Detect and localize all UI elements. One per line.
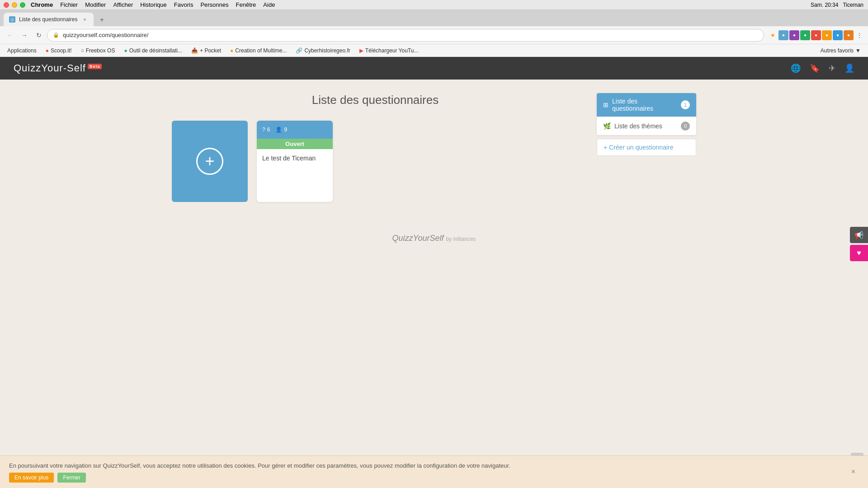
- ext-1[interactable]: ●: [778, 30, 788, 40]
- back-button[interactable]: ←: [4, 29, 16, 42]
- sidebar-panel: ⊞ Liste des questionnaires 1 🌿 Liste des…: [597, 93, 696, 135]
- quiz-card-header: ? 6 👤 9: [257, 121, 333, 139]
- address-bar[interactable]: 🔒 quizzyourself.com/questionnaire/: [47, 29, 764, 42]
- themes-badge: 0: [681, 122, 690, 131]
- menu-favoris[interactable]: Favoris: [174, 1, 193, 8]
- ext-2[interactable]: ●: [789, 30, 799, 40]
- menu-chrome[interactable]: Chrome: [31, 1, 53, 8]
- quiz-status: Ouvert: [285, 141, 304, 147]
- menu-modifier[interactable]: Modifier: [85, 1, 106, 8]
- leaf-icon: 🌿: [603, 122, 611, 130]
- bookmark-autres-favoris[interactable]: Autres favoris ▼: [817, 47, 864, 55]
- bookmark-label: Téléchargeur YouTu...: [365, 47, 419, 54]
- heart-icon: ♥: [857, 249, 861, 257]
- yt-icon: ▶: [359, 47, 363, 54]
- heart-button[interactable]: ♥: [850, 245, 868, 261]
- create-questionnaire-label: + Créer un questionnaire: [604, 144, 674, 151]
- tag-icon[interactable]: 🔖: [810, 63, 820, 73]
- quiz-title: Le test de Ticeman: [257, 149, 333, 194]
- cyber-icon: 🔗: [296, 47, 302, 54]
- ext-star-icon[interactable]: ★: [768, 30, 778, 40]
- question-icon: ?: [262, 127, 265, 133]
- site-footer: QuizzYourSelf by initiances: [0, 216, 868, 252]
- cookie-banner: En poursuivant votre navigation sur Quiz…: [0, 455, 868, 488]
- scoopit-icon: ●: [46, 47, 49, 54]
- close-cookie-button[interactable]: Fermer: [57, 473, 86, 483]
- new-tab-button[interactable]: +: [95, 14, 108, 26]
- tab-title: Liste des questionnaires: [19, 16, 77, 23]
- bookmarks-bar: Applications ● Scoop.it! ≡ Freebox OS ● …: [0, 44, 868, 57]
- ext-3[interactable]: ●: [800, 30, 810, 40]
- bookmark-youtube[interactable]: ▶ Téléchargeur YouTu...: [356, 47, 422, 55]
- participants-icon: 👤: [275, 127, 282, 133]
- bookmark-label: Autres favoris: [821, 47, 854, 54]
- bookmark-pocket[interactable]: 📥 + Pocket: [188, 47, 225, 55]
- quiz-questions-stat: ? 6: [262, 127, 270, 133]
- menu-fenetre[interactable]: Fenêtre: [236, 1, 256, 8]
- bookmark-label: Outil de désinstallati...: [129, 47, 182, 54]
- fullscreen-light[interactable]: [20, 2, 25, 8]
- tab-close-button[interactable]: ×: [81, 16, 88, 23]
- ext-6[interactable]: ●: [833, 30, 843, 40]
- bookmark-label: Cyberhistoiregeo.fr: [304, 47, 350, 54]
- cookie-dismiss-button[interactable]: ×: [848, 468, 859, 476]
- cookie-actions: En savoir plus Fermer: [9, 473, 848, 483]
- chrome-tab-active[interactable]: Q Liste des questionnaires ×: [4, 13, 94, 26]
- globe-icon[interactable]: 🌐: [791, 63, 801, 73]
- minimize-light[interactable]: [12, 2, 17, 8]
- bookmark-freebox[interactable]: ≡ Freebox OS: [77, 47, 119, 55]
- chrome-tabbar: Q Liste des questionnaires × +: [0, 10, 868, 26]
- cards-area: + ? 6 👤 9 Ouvert: [172, 121, 579, 202]
- menu-fichier[interactable]: Fichier: [60, 1, 78, 8]
- reload-button[interactable]: ↻: [33, 29, 45, 42]
- bookmark-creation[interactable]: ● Creation of Multime...: [226, 47, 290, 55]
- questionnaires-badge: 1: [681, 100, 690, 109]
- floating-buttons: 📢 ♥: [850, 227, 868, 261]
- ext-settings[interactable]: ⋮: [854, 30, 864, 40]
- add-quiz-card[interactable]: +: [172, 121, 248, 202]
- sidebar-item-questionnaires[interactable]: ⊞ Liste des questionnaires 1: [597, 93, 696, 117]
- website: QuizzYour-SelfBeta 🌐 🔖 ✈ 👤 Liste des que…: [0, 57, 868, 488]
- bookmark-applications[interactable]: Applications: [4, 47, 40, 55]
- quiz-card[interactable]: ? 6 👤 9 Ouvert Le test de Ticeman: [257, 121, 333, 202]
- chevron-down-icon: ▼: [855, 47, 861, 54]
- mac-time: Sam. 20:34: [811, 2, 838, 8]
- send-icon[interactable]: ✈: [829, 63, 835, 73]
- mac-menubar: Chrome Fichier Modifier Afficher Histori…: [0, 0, 868, 10]
- close-light[interactable]: [4, 2, 9, 8]
- menu-personnes[interactable]: Personnes: [200, 1, 228, 8]
- site-nav-icons: 🌐 🔖 ✈ 👤: [791, 63, 854, 73]
- menu-historique[interactable]: Historique: [140, 1, 167, 8]
- ext-5[interactable]: ●: [822, 30, 832, 40]
- forward-button[interactable]: →: [18, 29, 31, 42]
- lock-icon: 🔒: [53, 32, 59, 38]
- mac-traffic-lights[interactable]: [4, 2, 25, 8]
- footer-logo: QuizzYourSelf by initiances: [392, 234, 476, 243]
- bookmark-scoopit[interactable]: ● Scoop.it!: [42, 47, 75, 55]
- bookmark-label: Creation of Multime...: [235, 47, 287, 54]
- ext-4[interactable]: ●: [811, 30, 821, 40]
- sidebar-questionnaires-label: Liste des questionnaires: [612, 98, 677, 112]
- sidebar-item-themes[interactable]: 🌿 Liste des thèmes 0: [597, 117, 696, 135]
- bookmark-cyber[interactable]: 🔗 Cyberhistoiregeo.fr: [292, 47, 354, 55]
- cookie-text: En poursuivant votre navigation sur Quiz…: [9, 461, 848, 470]
- user-icon[interactable]: 👤: [844, 63, 854, 73]
- ext-7[interactable]: ●: [844, 30, 854, 40]
- sidebar: ⊞ Liste des questionnaires 1 🌿 Liste des…: [597, 93, 696, 202]
- bookmark-outil[interactable]: ● Outil de désinstallati...: [120, 47, 186, 55]
- menu-afficher[interactable]: Afficher: [113, 1, 133, 8]
- freebox-icon: ≡: [81, 47, 84, 54]
- address-text: quizzyourself.com/questionnaire/: [63, 32, 148, 38]
- learn-more-button[interactable]: En savoir plus: [9, 473, 54, 483]
- create-questionnaire-button[interactable]: + Créer un questionnaire: [597, 139, 696, 156]
- site-nav: QuizzYour-SelfBeta 🌐 🔖 ✈ 👤: [0, 57, 868, 80]
- bookmark-label: Freebox OS: [86, 47, 115, 54]
- quiz-participants-stat: 👤 9: [275, 127, 287, 133]
- menu-aide[interactable]: Aide: [263, 1, 275, 8]
- bookmark-label: + Pocket: [200, 47, 221, 54]
- site-logo: QuizzYour-SelfBeta: [14, 62, 102, 74]
- announcement-button[interactable]: 📢: [850, 227, 868, 243]
- page-title: Liste des questionnaires: [172, 93, 579, 107]
- quiz-status-bar: Ouvert: [257, 139, 333, 149]
- chrome-toolbar: ← → ↻ 🔒 quizzyourself.com/questionnaire/…: [0, 26, 868, 44]
